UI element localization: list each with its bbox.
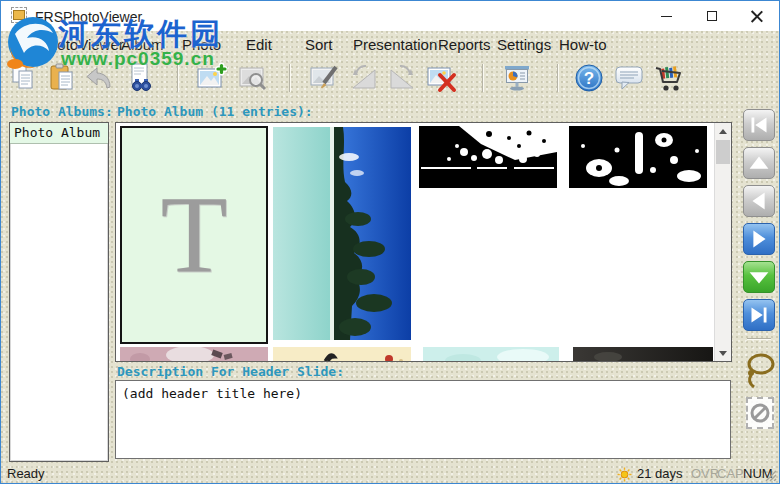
move-down-button[interactable] bbox=[743, 261, 775, 293]
description-label: Description For Header Slide: bbox=[117, 364, 344, 379]
header-description-input[interactable]: (add header title here) bbox=[115, 380, 731, 459]
menu-album[interactable]: Album bbox=[121, 36, 164, 53]
toolbar-add-image-button[interactable] bbox=[195, 62, 227, 96]
cream-photo-image bbox=[273, 347, 411, 362]
paste-icon bbox=[46, 62, 78, 94]
feedback-icon bbox=[613, 62, 645, 94]
thumbnail-bw-photo-1[interactable] bbox=[419, 126, 557, 188]
nav-separator bbox=[747, 338, 771, 339]
minimize-button[interactable] bbox=[644, 1, 689, 31]
move-right-button[interactable] bbox=[743, 223, 775, 255]
toolbar-edit-image-button[interactable] bbox=[308, 62, 340, 96]
left-icon bbox=[744, 186, 774, 216]
menu-bar: FRSPhotoViewer Album Photo Edit Sort Pre… bbox=[1, 31, 779, 57]
close-button[interactable] bbox=[734, 1, 779, 31]
beach-photo-image bbox=[273, 127, 411, 340]
go-first-button[interactable] bbox=[743, 109, 775, 141]
menu-edit[interactable]: Edit bbox=[246, 36, 272, 53]
dark-photo-image bbox=[573, 347, 713, 362]
toolbar-help-button[interactable]: ? bbox=[573, 62, 605, 96]
undo-icon bbox=[84, 62, 116, 94]
photo-albums-list[interactable]: Photo Album bbox=[9, 122, 109, 462]
first-icon bbox=[744, 110, 774, 140]
move-up-button[interactable] bbox=[743, 147, 775, 179]
thumbnail-cream-photo[interactable] bbox=[273, 347, 411, 362]
scroll-up-button[interactable] bbox=[715, 123, 731, 139]
pink-photo-image bbox=[120, 347, 268, 362]
album-entries-label: Photo Album (11 entries): bbox=[117, 104, 313, 119]
thumbnail-vertical-scrollbar[interactable] bbox=[714, 123, 731, 361]
thumbnail-dark-photo[interactable] bbox=[573, 347, 713, 362]
toolbar-separator bbox=[557, 64, 558, 92]
scroll-down-icon bbox=[719, 351, 727, 356]
app-window: FRSPhotoViewer FRSPhotoViewer Album Phot… bbox=[0, 0, 780, 484]
menu-sort[interactable]: Sort bbox=[305, 36, 333, 53]
thumbnail-beach-photo[interactable] bbox=[273, 127, 411, 340]
toolbar-copy-button[interactable] bbox=[9, 62, 41, 96]
maximize-button[interactable] bbox=[689, 1, 734, 31]
toolbar-rotate-right-button[interactable] bbox=[386, 62, 418, 96]
thumbnail-pink-photo[interactable] bbox=[120, 347, 268, 362]
menu-settings[interactable]: Settings bbox=[497, 36, 551, 53]
status-bar: Ready 21 days OVR CAP NUM bbox=[1, 463, 779, 483]
cyan-photo-image bbox=[423, 347, 559, 362]
copy-icon bbox=[9, 62, 41, 94]
thumbnail-cyan-photo[interactable] bbox=[423, 347, 559, 362]
window-title: FRSPhotoViewer bbox=[35, 9, 142, 25]
move-left-button[interactable] bbox=[743, 185, 775, 217]
toolbar-preview-image-button[interactable] bbox=[237, 62, 269, 96]
thumbnail-grid[interactable]: T bbox=[115, 122, 732, 362]
minimize-icon bbox=[661, 16, 672, 17]
maximize-icon bbox=[707, 11, 717, 21]
status-ready: Ready bbox=[7, 466, 45, 481]
no-selection-icon bbox=[749, 402, 771, 424]
menu-presentation[interactable]: Presentation bbox=[353, 36, 437, 53]
toolbar-find-button[interactable] bbox=[125, 62, 157, 96]
toolbar-undo-button[interactable] bbox=[84, 62, 116, 96]
scroll-up-icon bbox=[719, 129, 727, 134]
toolbar-delete-image-button[interactable] bbox=[425, 62, 457, 96]
menu-howto[interactable]: How-to bbox=[559, 36, 607, 53]
sun-icon bbox=[617, 467, 632, 482]
help-icon: ? bbox=[573, 62, 605, 94]
status-ovr: OVR bbox=[691, 466, 719, 481]
title-bar: FRSPhotoViewer bbox=[1, 1, 779, 31]
delete-image-icon bbox=[425, 62, 457, 94]
toolbar-separator bbox=[177, 64, 178, 92]
toolbar-separator bbox=[289, 64, 290, 92]
edit-image-icon bbox=[308, 62, 340, 94]
lasso-icon bbox=[743, 351, 777, 393]
menu-reports[interactable]: Reports bbox=[438, 36, 491, 53]
no-selection-button[interactable] bbox=[746, 397, 774, 429]
down-icon bbox=[744, 262, 774, 292]
toolbar-separator bbox=[482, 64, 483, 92]
thumbnail-title-slide[interactable]: T bbox=[120, 126, 268, 344]
rotate-right-icon bbox=[386, 62, 418, 94]
lasso-select-button[interactable] bbox=[743, 351, 777, 393]
scroll-down-button[interactable] bbox=[715, 345, 731, 361]
buy-cart-icon bbox=[653, 62, 685, 94]
bw-photo-1-image bbox=[419, 126, 557, 188]
up-icon bbox=[744, 148, 774, 178]
toolbar-presentation-button[interactable] bbox=[501, 62, 533, 96]
app-icon bbox=[11, 7, 27, 23]
scrollbar-thumb[interactable] bbox=[716, 140, 730, 164]
close-icon bbox=[751, 10, 763, 22]
toolbar-cart-button[interactable] bbox=[653, 62, 685, 96]
title-slide-letter: T bbox=[160, 172, 227, 299]
toolbar-rotate-left-button[interactable] bbox=[348, 62, 380, 96]
menu-frsphotoviewer[interactable]: FRSPhotoViewer bbox=[9, 36, 124, 53]
find-icon bbox=[125, 62, 157, 94]
thumbnail-bw-photo-2[interactable] bbox=[569, 126, 707, 188]
resize-grip-icon[interactable] bbox=[764, 469, 777, 482]
bw-photo-2-image bbox=[569, 126, 707, 188]
rotate-left-icon bbox=[348, 62, 380, 94]
svg-text:?: ? bbox=[584, 69, 594, 88]
album-list-item[interactable]: Photo Album bbox=[10, 123, 108, 144]
photo-albums-label: Photo Albums: bbox=[11, 104, 113, 119]
presentation-icon bbox=[501, 62, 533, 94]
menu-photo[interactable]: Photo bbox=[182, 36, 221, 53]
toolbar-paste-button[interactable] bbox=[46, 62, 78, 96]
toolbar-feedback-button[interactable] bbox=[613, 62, 645, 96]
go-last-button[interactable] bbox=[743, 299, 775, 331]
